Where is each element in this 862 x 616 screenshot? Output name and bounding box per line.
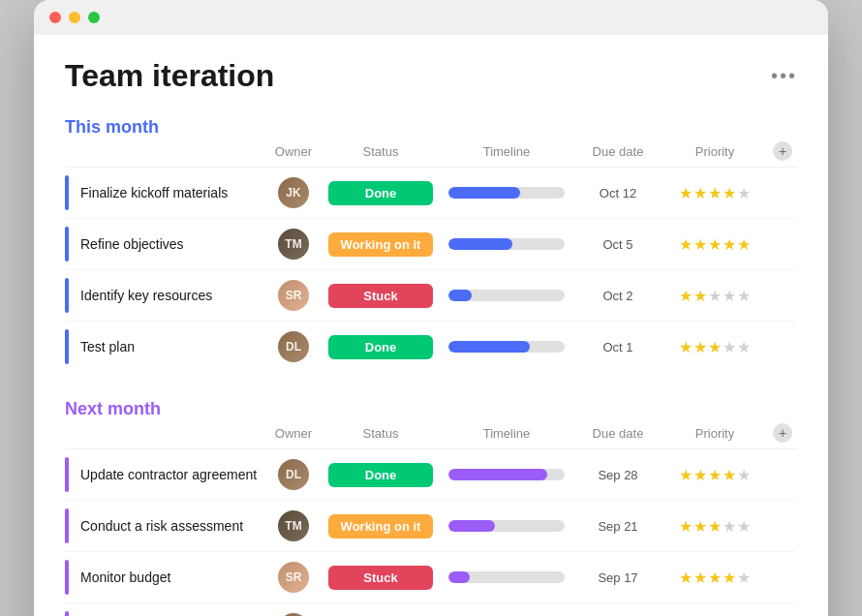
star-0: ★ xyxy=(679,184,693,202)
status-badge[interactable]: Working on it xyxy=(328,232,433,257)
timeline-fill xyxy=(448,571,470,583)
star-0: ★ xyxy=(679,235,693,254)
task-due-date: Oct 2 xyxy=(574,289,662,303)
task-border xyxy=(65,329,69,364)
task-border xyxy=(65,560,69,595)
stars: ★★★★★ xyxy=(662,466,768,484)
status-badge[interactable]: Stuck xyxy=(328,284,433,308)
star-4: ★ xyxy=(737,466,751,484)
task-priority: ★★★★★ xyxy=(662,466,768,484)
avatar: JK xyxy=(278,177,309,208)
star-0: ★ xyxy=(679,338,693,356)
task-border xyxy=(65,508,69,543)
status-badge[interactable]: Done xyxy=(328,335,433,359)
task-status[interactable]: Done xyxy=(323,463,439,487)
task-status[interactable]: Working on it xyxy=(323,514,439,539)
task-due-date: Sep 21 xyxy=(574,519,662,534)
timeline-bar xyxy=(448,469,565,480)
minimize-dot xyxy=(69,12,80,23)
star-4: ★ xyxy=(737,184,751,202)
stars: ★★★★★ xyxy=(662,184,768,202)
timeline-bar xyxy=(448,520,565,532)
task-row-1-0: Update contractor agreement DL Done Sep … xyxy=(65,449,797,501)
task-owner: DL xyxy=(264,331,323,362)
more-button[interactable]: ••• xyxy=(771,65,797,87)
maximize-dot xyxy=(88,12,100,23)
col-header-add[interactable]: + xyxy=(768,141,797,161)
star-3: ★ xyxy=(723,517,736,536)
task-row-0-1: Refine objectives TM Working on it Oct 5… xyxy=(65,219,797,270)
task-name: Conduct a risk assessment xyxy=(80,518,243,534)
task-priority: ★★★★★ xyxy=(662,517,768,536)
avatar: DL xyxy=(278,331,309,362)
sections-container: This month Owner Status Timeline Due dat… xyxy=(65,117,797,616)
task-priority: ★★★★★ xyxy=(662,569,768,587)
task-name-cell: Finalize kickoff materials xyxy=(65,175,264,210)
task-owner: TM xyxy=(264,229,323,260)
timeline-fill xyxy=(448,238,512,250)
status-badge[interactable]: Done xyxy=(328,463,433,487)
star-1: ★ xyxy=(693,338,707,356)
task-status[interactable]: Working on it xyxy=(323,232,439,257)
task-name: Monitor budget xyxy=(80,570,170,585)
status-badge[interactable]: Done xyxy=(328,181,433,205)
task-due-date: Oct 12 xyxy=(574,186,662,200)
status-badge[interactable]: Stuck xyxy=(328,566,433,590)
timeline-bar xyxy=(448,238,565,250)
task-border xyxy=(65,175,69,210)
task-status[interactable]: Stuck xyxy=(323,284,439,308)
task-due-date: Oct 1 xyxy=(574,340,662,354)
star-0: ★ xyxy=(679,569,693,587)
avatar: SR xyxy=(278,562,309,593)
task-status[interactable]: Stuck xyxy=(323,566,439,590)
col-header-owner: Owner xyxy=(264,144,323,159)
task-timeline xyxy=(439,290,574,301)
task-due-date: Sep 17 xyxy=(574,570,662,585)
timeline-fill xyxy=(448,520,495,532)
star-2: ★ xyxy=(708,517,722,536)
task-status[interactable]: Done xyxy=(323,335,439,359)
task-name-cell: Monitor budget xyxy=(65,560,264,595)
table-header-next-month: Owner Status Timeline Due date Priority … xyxy=(65,419,797,449)
main-content: Team iteration ••• This month Owner Stat… xyxy=(34,35,828,616)
task-status[interactable]: Done xyxy=(323,181,439,205)
task-priority: ★★★★★ xyxy=(662,338,768,356)
task-name-cell: Identify key resources xyxy=(65,278,264,313)
star-4: ★ xyxy=(737,569,751,587)
task-border xyxy=(65,611,69,616)
timeline-fill xyxy=(448,187,520,199)
section-next-month: Next month Owner Status Timeline Due dat… xyxy=(65,399,797,616)
task-timeline xyxy=(439,341,574,353)
star-2: ★ xyxy=(708,338,722,356)
section-header-this-month: This month xyxy=(65,117,797,138)
col-header-owner: Owner xyxy=(264,426,323,441)
col-header-timeline: Timeline xyxy=(439,426,574,441)
col-header-status: Status xyxy=(323,144,439,159)
timeline-fill xyxy=(448,341,530,353)
star-0: ★ xyxy=(679,517,693,536)
task-border xyxy=(65,227,69,262)
table-header-this-month: Owner Status Timeline Due date Priority … xyxy=(65,138,797,168)
col-header-duedate: Due date xyxy=(574,426,662,441)
task-due-date: Oct 5 xyxy=(574,237,662,252)
star-1: ★ xyxy=(693,517,707,536)
avatar: TM xyxy=(278,229,309,260)
status-badge[interactable]: Working on it xyxy=(328,514,433,539)
page-title: Team iteration xyxy=(65,58,274,94)
avatar: TM xyxy=(278,510,309,541)
col-header-add[interactable]: + xyxy=(768,423,797,443)
task-row-0-2: Identify key resources SR Stuck Oct 2 ★★… xyxy=(65,270,797,322)
task-row-1-3: Develop communication plan JK Done Sep 1… xyxy=(65,603,797,616)
col-header-priority: Priority xyxy=(662,426,768,441)
stars: ★★★★★ xyxy=(662,287,768,305)
star-2: ★ xyxy=(708,235,722,254)
task-name: Identify key resources xyxy=(80,288,212,303)
star-1: ★ xyxy=(693,184,707,202)
timeline-fill xyxy=(448,469,547,480)
task-priority: ★★★★★ xyxy=(662,235,768,254)
task-name: Refine objectives xyxy=(80,236,184,252)
task-row-1-1: Conduct a risk assessment TM Working on … xyxy=(65,501,797,552)
star-4: ★ xyxy=(737,338,751,356)
star-2: ★ xyxy=(708,184,722,202)
task-priority: ★★★★★ xyxy=(662,287,768,305)
